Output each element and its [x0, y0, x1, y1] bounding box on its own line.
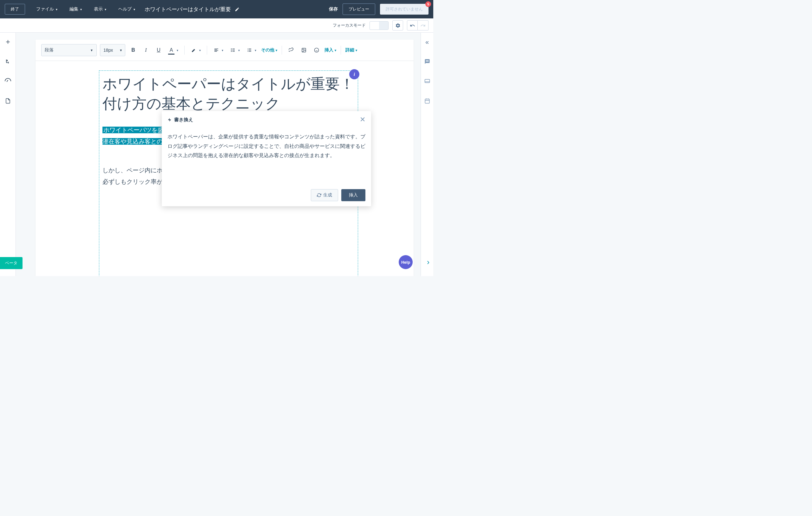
chevron-down-icon: ▾ [56, 8, 57, 11]
undo-redo-group [407, 20, 429, 30]
file-icon[interactable] [4, 98, 11, 104]
chevron-down-icon: ▾ [80, 8, 82, 11]
refresh-icon [317, 193, 321, 197]
settings-button[interactable] [393, 20, 403, 30]
detail-dropdown[interactable]: 詳細 ▾ [345, 47, 357, 53]
insert-label: 挿入 [324, 47, 334, 53]
lightning-icon [168, 118, 172, 122]
popup-body: ホワイトペーパーは、企業が提供する貴重な情報やコンテンツが詰まった資料です。ブロ… [162, 128, 371, 185]
font-size-select[interactable]: 18px ▼ [100, 44, 125, 56]
chevron-down-icon: ▼ [90, 49, 93, 52]
rewrite-popup: 書き換え ✕ ホワイトペーパーは、企業が提供する貴重な情報やコンテンツが詰まった… [162, 111, 371, 206]
info-badge[interactable]: i [349, 69, 359, 79]
chevron-down-icon[interactable]: ▾ [255, 49, 258, 52]
document-title: ホワイトペーパーはタイトルが重要 [145, 6, 231, 13]
preview-button[interactable]: プレビュー [343, 3, 375, 15]
chevron-down-icon[interactable]: ▾ [199, 49, 202, 52]
chevron-down-icon: ▼ [119, 49, 122, 52]
help-menu-label: ヘルプ [118, 6, 132, 12]
redo-button[interactable] [418, 20, 429, 30]
svg-point-5 [314, 48, 318, 52]
beta-chip[interactable]: ベータ [0, 257, 23, 269]
bold-button[interactable]: B [128, 45, 138, 55]
italic-button[interactable]: I [141, 45, 151, 55]
edit-menu[interactable]: 編集 ▾ [69, 6, 82, 12]
format-toolbar: 段落 ▼ 18px ▼ B I U A ▾ [35, 40, 414, 61]
toggle-on [379, 22, 388, 29]
file-menu-label: ファイル [36, 6, 54, 12]
other-dropdown[interactable]: その他 ▾ [261, 47, 277, 53]
undo-button[interactable] [407, 20, 418, 30]
monitor-icon[interactable] [424, 78, 431, 85]
divider [207, 46, 207, 55]
chevron-down-icon: ▾ [134, 8, 135, 11]
generate-label: 生成 [323, 192, 332, 198]
view-menu[interactable]: 表示 ▾ [94, 6, 106, 12]
bullet-list-icon [228, 45, 238, 55]
svg-point-0 [231, 49, 232, 50]
align-icon [211, 45, 221, 55]
paragraph-style-label: 段落 [45, 47, 54, 53]
collapse-icon[interactable]: « [424, 38, 431, 45]
image-button[interactable] [299, 45, 309, 55]
svg-point-1 [231, 50, 232, 51]
other-label: その他 [261, 47, 274, 53]
underline-button[interactable]: U [154, 45, 163, 55]
paragraph-style-select[interactable]: 段落 ▼ [41, 44, 97, 56]
chevron-down-icon: ▾ [276, 49, 277, 52]
highlight-group[interactable]: ▾ [189, 45, 202, 55]
expand-chevron-icon[interactable]: › [427, 258, 430, 267]
popup-title: 書き換え [168, 117, 193, 123]
divider [341, 46, 341, 55]
sub-toolbar: フォーカスモード [0, 19, 433, 33]
svg-point-4 [303, 49, 303, 50]
right-sidebar: « [420, 33, 433, 276]
help-menu[interactable]: ヘルプ ▾ [118, 6, 135, 12]
popup-header: 書き換え ✕ [162, 111, 371, 128]
popup-footer: 生成 挿入 [162, 185, 371, 206]
add-icon[interactable] [4, 38, 11, 45]
chevron-down-icon[interactable]: ▾ [222, 49, 225, 52]
svg-marker-14 [168, 118, 171, 121]
svg-point-2 [231, 51, 232, 52]
toggle-off [370, 22, 379, 29]
link-button[interactable] [286, 45, 296, 55]
document-heading[interactable]: ホワイトペーパーはタイトルが重要！付け方の基本とテクニック [103, 74, 355, 113]
chevron-down-icon: ▾ [335, 49, 336, 52]
save-button[interactable]: 保存 [329, 6, 338, 12]
detail-label: 詳細 [345, 47, 354, 53]
edit-title-icon[interactable] [235, 7, 239, 12]
file-menu[interactable]: ファイル ▾ [36, 6, 57, 12]
tree-icon[interactable] [4, 58, 11, 65]
align-group[interactable]: ▾ [211, 45, 225, 55]
exit-button[interactable]: 終了 [5, 4, 25, 15]
focus-mode-toggle[interactable] [370, 21, 388, 30]
top-header: 終了 ファイル ▾ 編集 ▾ 表示 ▾ ヘルプ ▾ ホワイトペーパーはタイトルが… [0, 0, 433, 19]
divider [282, 46, 282, 55]
notification-badge[interactable]: 5 [425, 1, 431, 7]
svg-rect-8 [425, 79, 430, 83]
generate-button[interactable]: 生成 [311, 189, 338, 201]
font-color-button[interactable]: A [167, 45, 176, 55]
left-sidebar [0, 33, 16, 276]
emoji-button[interactable] [312, 45, 321, 55]
edit-menu-label: 編集 [69, 6, 78, 12]
numbered-list-group[interactable]: ▾ [244, 45, 258, 55]
chevron-down-icon: ▾ [105, 8, 106, 11]
chevron-down-icon[interactable]: ▾ [238, 49, 241, 52]
insert-dropdown[interactable]: 挿入 ▾ [324, 47, 336, 53]
chevron-down-icon[interactable]: ▾ [177, 49, 180, 52]
comment-icon[interactable] [424, 58, 431, 65]
insert-button[interactable]: 挿入 [341, 189, 366, 201]
chevron-down-icon: ▾ [355, 49, 357, 52]
calendar-icon[interactable] [424, 98, 431, 104]
menu-bar: ファイル ▾ 編集 ▾ 表示 ▾ ヘルプ ▾ [36, 6, 135, 12]
close-icon[interactable]: ✕ [360, 115, 366, 124]
numbered-list-icon [244, 45, 254, 55]
bullet-list-group[interactable]: ▾ [228, 45, 241, 55]
font-size-label: 18px [104, 48, 113, 53]
font-color-group[interactable]: A ▾ [167, 45, 180, 55]
highlight-icon [189, 45, 199, 55]
help-chip[interactable]: Help [399, 255, 413, 269]
gauge-icon[interactable] [4, 78, 11, 85]
